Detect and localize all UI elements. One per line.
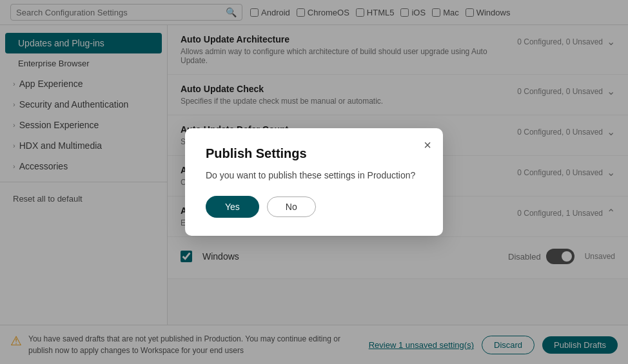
- modal-box: Publish Settings × Do you want to publis…: [185, 128, 443, 236]
- modal-no-button[interactable]: No: [267, 196, 316, 217]
- app-container: 🔍 Android ChromeOS HTML5 iOS Mac: [0, 0, 628, 364]
- modal-actions: Yes No: [206, 196, 422, 218]
- modal-close-button[interactable]: ×: [424, 139, 431, 151]
- modal-yes-button[interactable]: Yes: [206, 196, 259, 218]
- modal-overlay: Publish Settings × Do you want to publis…: [0, 0, 628, 364]
- modal-title: Publish Settings: [206, 146, 422, 161]
- modal-body: Do you want to publish these settings in…: [206, 170, 422, 180]
